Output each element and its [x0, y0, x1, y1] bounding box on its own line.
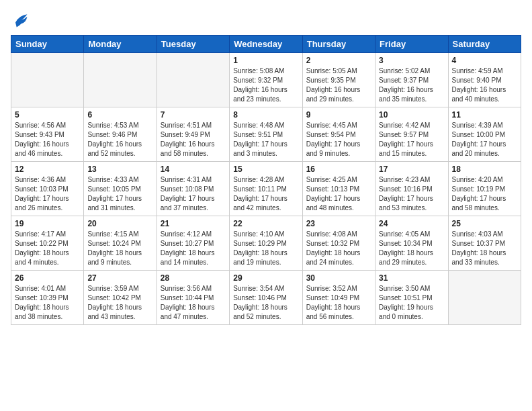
calendar-week-2: 5Sunrise: 4:56 AM Sunset: 9:43 PM Daylig… [11, 107, 521, 162]
calendar-cell: 21Sunrise: 4:12 AM Sunset: 10:27 PM Dayl… [157, 216, 229, 271]
day-number: 10 [379, 110, 444, 120]
calendar-cell: 17Sunrise: 4:23 AM Sunset: 10:16 PM Dayl… [375, 162, 448, 216]
calendar-table: SundayMondayTuesdayWednesdayThursdayFrid… [11, 35, 521, 325]
cell-info: Sunrise: 4:10 AM Sunset: 10:29 PM Daylig… [233, 230, 298, 267]
day-number: 11 [452, 110, 517, 120]
calendar-cell: 16Sunrise: 4:25 AM Sunset: 10:13 PM Dayl… [302, 162, 375, 216]
calendar-cell: 25Sunrise: 4:03 AM Sunset: 10:37 PM Dayl… [448, 216, 521, 271]
calendar-cell: 2Sunrise: 5:05 AM Sunset: 9:35 PM Daylig… [302, 53, 375, 107]
cell-info: Sunrise: 3:52 AM Sunset: 10:49 PM Daylig… [306, 284, 371, 322]
calendar-cell: 22Sunrise: 4:10 AM Sunset: 10:29 PM Dayl… [230, 216, 302, 271]
calendar-cell: 20Sunrise: 4:15 AM Sunset: 10:24 PM Dayl… [84, 216, 157, 271]
cell-info: Sunrise: 5:02 AM Sunset: 9:37 PM Dayligh… [379, 66, 444, 104]
day-number: 25 [452, 219, 517, 228]
cell-info: Sunrise: 4:48 AM Sunset: 9:51 PM Dayligh… [233, 121, 298, 158]
cell-info: Sunrise: 4:45 AM Sunset: 9:54 PM Dayligh… [306, 121, 371, 158]
calendar-cell: 31Sunrise: 3:50 AM Sunset: 10:51 PM Dayl… [375, 271, 448, 325]
day-number: 20 [87, 219, 152, 228]
calendar-cell: 13Sunrise: 4:33 AM Sunset: 10:05 PM Dayl… [84, 162, 157, 216]
calendar-cell: 30Sunrise: 3:52 AM Sunset: 10:49 PM Dayl… [302, 271, 375, 325]
calendar-cell [448, 271, 521, 325]
calendar-cell: 24Sunrise: 4:05 AM Sunset: 10:34 PM Dayl… [375, 216, 448, 271]
day-number: 29 [233, 273, 298, 283]
day-number: 30 [306, 273, 371, 283]
logo-icon [11, 11, 30, 30]
cell-info: Sunrise: 4:23 AM Sunset: 10:16 PM Daylig… [379, 175, 444, 213]
cell-info: Sunrise: 5:08 AM Sunset: 9:32 PM Dayligh… [233, 66, 298, 104]
cell-info: Sunrise: 4:53 AM Sunset: 9:46 PM Dayligh… [87, 121, 152, 158]
day-number: 27 [87, 273, 152, 283]
calendar-cell: 19Sunrise: 4:17 AM Sunset: 10:22 PM Dayl… [11, 216, 84, 271]
calendar-cell: 5Sunrise: 4:56 AM Sunset: 9:43 PM Daylig… [11, 107, 84, 162]
cell-info: Sunrise: 4:42 AM Sunset: 9:57 PM Dayligh… [379, 121, 444, 158]
calendar-cell: 29Sunrise: 3:54 AM Sunset: 10:46 PM Dayl… [230, 271, 302, 325]
day-header-friday: Friday [375, 36, 448, 53]
day-number: 18 [452, 165, 517, 174]
calendar-cell: 9Sunrise: 4:45 AM Sunset: 9:54 PM Daylig… [302, 107, 375, 162]
day-number: 5 [15, 110, 80, 120]
day-number: 2 [306, 56, 371, 65]
calendar-cell: 26Sunrise: 4:01 AM Sunset: 10:39 PM Dayl… [11, 271, 84, 325]
cell-info: Sunrise: 3:56 AM Sunset: 10:44 PM Daylig… [161, 284, 226, 322]
cell-info: Sunrise: 4:51 AM Sunset: 9:49 PM Dayligh… [161, 121, 226, 158]
calendar-cell: 15Sunrise: 4:28 AM Sunset: 10:11 PM Dayl… [230, 162, 302, 216]
cell-info: Sunrise: 4:56 AM Sunset: 9:43 PM Dayligh… [15, 121, 80, 158]
day-number: 13 [87, 165, 152, 174]
day-number: 8 [233, 110, 298, 120]
day-number: 14 [161, 165, 226, 174]
day-number: 26 [15, 273, 80, 283]
page-header [11, 11, 521, 30]
day-number: 9 [306, 110, 371, 120]
calendar-cell: 23Sunrise: 4:08 AM Sunset: 10:32 PM Dayl… [302, 216, 375, 271]
day-header-thursday: Thursday [302, 36, 375, 53]
cell-info: Sunrise: 4:28 AM Sunset: 10:11 PM Daylig… [233, 175, 298, 213]
cell-info: Sunrise: 4:12 AM Sunset: 10:27 PM Daylig… [161, 230, 226, 267]
cell-info: Sunrise: 3:50 AM Sunset: 10:51 PM Daylig… [379, 284, 444, 322]
calendar-cell: 12Sunrise: 4:36 AM Sunset: 10:03 PM Dayl… [11, 162, 84, 216]
cell-info: Sunrise: 4:17 AM Sunset: 10:22 PM Daylig… [15, 230, 80, 267]
calendar-cell: 27Sunrise: 3:59 AM Sunset: 10:42 PM Dayl… [84, 271, 157, 325]
calendar-cell: 18Sunrise: 4:20 AM Sunset: 10:19 PM Dayl… [448, 162, 521, 216]
calendar-week-4: 19Sunrise: 4:17 AM Sunset: 10:22 PM Dayl… [11, 216, 521, 271]
logo [11, 11, 32, 30]
cell-info: Sunrise: 4:15 AM Sunset: 10:24 PM Daylig… [87, 230, 152, 267]
calendar-week-5: 26Sunrise: 4:01 AM Sunset: 10:39 PM Dayl… [11, 271, 521, 325]
day-number: 21 [161, 219, 226, 228]
day-number: 12 [15, 165, 80, 174]
calendar-cell: 7Sunrise: 4:51 AM Sunset: 9:49 PM Daylig… [157, 107, 229, 162]
day-number: 15 [233, 165, 298, 174]
calendar-cell: 8Sunrise: 4:48 AM Sunset: 9:51 PM Daylig… [230, 107, 302, 162]
day-number: 28 [161, 273, 226, 283]
calendar-cell: 3Sunrise: 5:02 AM Sunset: 9:37 PM Daylig… [375, 53, 448, 107]
cell-info: Sunrise: 4:39 AM Sunset: 10:00 PM Daylig… [452, 121, 517, 158]
cell-info: Sunrise: 4:20 AM Sunset: 10:19 PM Daylig… [452, 175, 517, 213]
day-header-tuesday: Tuesday [157, 36, 229, 53]
calendar-cell: 1Sunrise: 5:08 AM Sunset: 9:32 PM Daylig… [230, 53, 302, 107]
day-header-sunday: Sunday [11, 36, 84, 53]
cell-info: Sunrise: 4:05 AM Sunset: 10:34 PM Daylig… [379, 230, 444, 267]
calendar-cell: 4Sunrise: 4:59 AM Sunset: 9:40 PM Daylig… [448, 53, 521, 107]
cell-info: Sunrise: 4:03 AM Sunset: 10:37 PM Daylig… [452, 230, 517, 267]
day-number: 31 [379, 273, 444, 283]
cell-info: Sunrise: 4:01 AM Sunset: 10:39 PM Daylig… [15, 284, 80, 322]
day-number: 24 [379, 219, 444, 228]
day-number: 22 [233, 219, 298, 228]
cell-info: Sunrise: 4:08 AM Sunset: 10:32 PM Daylig… [306, 230, 371, 267]
cell-info: Sunrise: 4:59 AM Sunset: 9:40 PM Dayligh… [452, 66, 517, 104]
calendar-cell: 28Sunrise: 3:56 AM Sunset: 10:44 PM Dayl… [157, 271, 229, 325]
cell-info: Sunrise: 4:25 AM Sunset: 10:13 PM Daylig… [306, 175, 371, 213]
calendar-cell: 14Sunrise: 4:31 AM Sunset: 10:08 PM Dayl… [157, 162, 229, 216]
calendar-cell [84, 53, 157, 107]
calendar-week-3: 12Sunrise: 4:36 AM Sunset: 10:03 PM Dayl… [11, 162, 521, 216]
day-number: 19 [15, 219, 80, 228]
calendar-cell [157, 53, 229, 107]
calendar-cell [11, 53, 84, 107]
day-number: 23 [306, 219, 371, 228]
header-row: SundayMondayTuesdayWednesdayThursdayFrid… [11, 36, 521, 53]
day-header-saturday: Saturday [448, 36, 521, 53]
calendar-cell: 10Sunrise: 4:42 AM Sunset: 9:57 PM Dayli… [375, 107, 448, 162]
cell-info: Sunrise: 4:33 AM Sunset: 10:05 PM Daylig… [87, 175, 152, 213]
day-number: 7 [161, 110, 226, 120]
day-number: 4 [452, 56, 517, 65]
cell-info: Sunrise: 3:54 AM Sunset: 10:46 PM Daylig… [233, 284, 298, 322]
